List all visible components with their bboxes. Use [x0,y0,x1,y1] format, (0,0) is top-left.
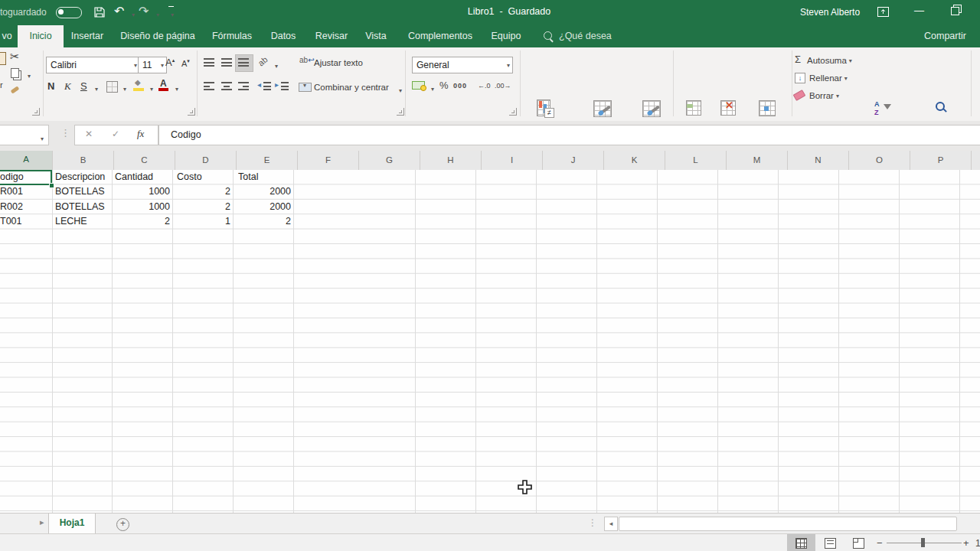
sheet-tab-hoja1[interactable]: Hoja1 [48,514,96,535]
font-name-combo[interactable]: Calibri [46,57,140,73]
tab-equipo[interactable]: Equipo [488,25,524,47]
cell-d1[interactable]: Costo [177,170,230,184]
cell-c1[interactable]: Cantidad [115,170,170,184]
cell-b4[interactable]: LECHE [55,214,110,229]
column-header-n[interactable]: N [788,151,849,170]
cell-c3[interactable]: 1000 [113,200,170,214]
align-top-icon[interactable] [204,58,214,67]
cell-e2[interactable]: 2000 [234,184,291,199]
font-dialog-launcher[interactable] [188,108,195,116]
column-header-h[interactable]: H [420,151,482,170]
save-icon[interactable] [93,6,106,18]
tab-insertar[interactable]: Insertar [67,25,107,47]
borders-dropdown[interactable] [121,84,126,93]
enter-icon[interactable]: ✓ [112,129,119,139]
view-page-break-button[interactable] [844,534,873,551]
hscroll-thumb[interactable] [619,517,957,531]
formula-bar-grip[interactable]: ⋮ [60,127,70,139]
column-header-i[interactable]: I [482,151,543,170]
fill-color-dropdown[interactable] [148,84,153,93]
tab-inicio[interactable]: Inicio [18,25,64,47]
column-header-d[interactable]: D [175,151,237,170]
column-header-l[interactable]: L [665,151,727,170]
tab-diseno[interactable]: Diseño de página [119,25,197,47]
percent-style-button[interactable]: % [439,80,449,91]
tab-vista[interactable]: Vista [361,25,390,47]
cell-a4[interactable]: T001 [0,214,49,229]
merge-center-button[interactable]: Combinar y centrar [314,83,389,92]
restore-button[interactable] [951,7,959,15]
align-center-icon[interactable] [221,82,232,90]
new-sheet-button[interactable]: + [116,518,129,531]
column-header-partial[interactable] [972,151,980,170]
increase-indent-icon[interactable]: ▸ [275,80,279,89]
italic-button[interactable]: K [64,80,71,93]
zoom-out-button[interactable]: − [877,537,883,549]
number-format-combo[interactable]: General [412,57,513,73]
redo-dropdown[interactable] [154,8,159,21]
view-page-layout-button[interactable] [816,534,844,551]
hscroll-left-arrow[interactable]: ◂ [604,517,618,531]
tab-complementos[interactable]: Complementos [404,25,476,47]
align-left-icon[interactable] [204,82,214,90]
cell-b3[interactable]: BOTELLAS [55,200,110,214]
tab-scroll-splitter[interactable]: ⋮ [588,517,597,528]
formula-input[interactable]: Codigo [158,125,980,145]
cell-a3[interactable]: R002 [0,200,49,214]
tab-formulas[interactable]: Fórmulas [208,25,256,47]
column-header-m[interactable]: M [727,151,788,170]
comma-style-button[interactable]: 000 [453,82,467,90]
orientation-dropdown[interactable] [273,61,278,70]
bold-button[interactable]: N [47,80,54,92]
zoom-in-button[interactable]: + [963,537,969,549]
cell-b1[interactable]: Descripcion [55,170,110,184]
cancel-icon[interactable]: ✕ [85,129,93,139]
column-header-f[interactable]: F [298,151,359,170]
tab-archivo-partial[interactable]: vo [0,25,14,47]
tab-datos[interactable]: Datos [266,25,300,47]
zoom-percentage-partial[interactable]: 1 [975,538,980,549]
borders-icon[interactable] [106,81,118,93]
ribbon-display-options-icon[interactable] [877,7,889,17]
cell-d2[interactable]: 2 [174,184,230,199]
undo-dropdown[interactable] [129,8,135,21]
decrease-indent-icon[interactable]: ◂ [257,80,261,89]
autosum-icon[interactable]: Σ [795,54,801,65]
clipboard-dialog-launcher[interactable] [32,108,40,116]
alignment-dialog-launcher[interactable] [397,108,404,116]
align-bottom-icon[interactable] [238,58,249,67]
user-name[interactable]: Steven Alberto [800,7,860,18]
increase-decimal-button[interactable]: ←.0 [478,82,491,90]
font-color-dropdown[interactable] [173,84,178,93]
column-header-a[interactable]: A [0,151,53,171]
undo-button[interactable]: ↶ [114,4,124,18]
redo-button[interactable]: ↷ [139,4,149,18]
cell-c2[interactable]: 1000 [113,184,170,199]
cut-icon[interactable]: ✂ [10,50,20,64]
copy-dropdown[interactable] [25,71,31,80]
decrease-decimal-button[interactable]: .00→ [495,82,511,90]
worksheet-grid[interactable]: odigo Descripcion Cantidad Costo Total R… [0,170,980,513]
fill-button[interactable]: Rellenar [809,73,848,83]
column-header-o[interactable]: O [849,151,910,170]
autosave-toggle[interactable] [56,7,82,18]
align-right-icon[interactable] [238,82,249,90]
name-box[interactable] [0,125,49,145]
number-dialog-launcher[interactable] [509,108,517,116]
column-header-p[interactable]: P [910,151,972,170]
column-header-e[interactable]: E [237,151,298,170]
share-button[interactable]: Compartir [924,25,969,47]
cell-e4[interactable]: 2 [234,214,291,229]
clear-icon[interactable] [793,90,806,101]
zoom-slider-thumb[interactable] [921,538,925,547]
paste-label-partial[interactable]: r [0,80,3,90]
column-header-j[interactable]: J [543,151,604,170]
customize-qat-button[interactable] [168,6,174,21]
tell-me-search[interactable]: ¿Qué desea hacer? [559,25,643,47]
column-header-g[interactable]: G [359,151,420,170]
cell-e1[interactable]: Total [238,170,292,184]
insert-function-icon[interactable]: fx [137,128,144,140]
accounting-dropdown[interactable] [429,84,434,93]
minimize-button[interactable]: — [914,5,924,16]
cell-a2[interactable]: R001 [0,184,49,199]
